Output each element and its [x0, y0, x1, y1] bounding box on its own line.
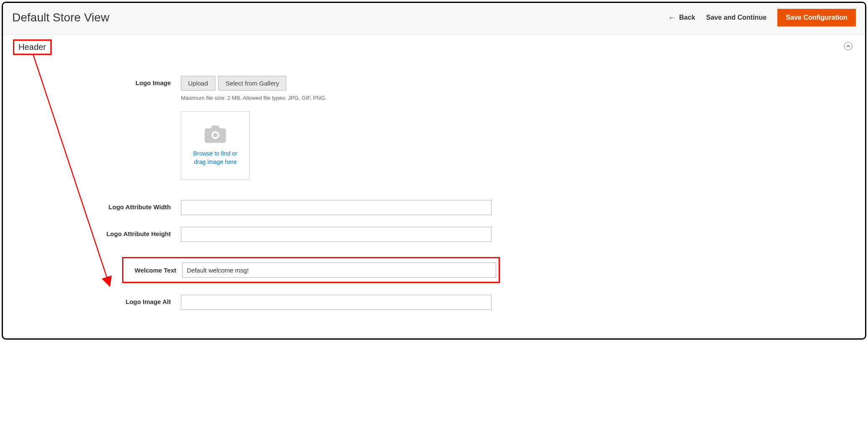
- section-header[interactable]: Header: [13, 39, 52, 55]
- arrow-left-icon: ←: [668, 14, 676, 21]
- logo-height-input[interactable]: [181, 227, 492, 242]
- logo-alt-input[interactable]: [181, 295, 492, 310]
- page-title: Default Store View: [12, 11, 109, 24]
- collapse-toggle-icon[interactable]: [844, 42, 852, 50]
- logo-image-helper: Maximum file size: 2 MB. Allowed file ty…: [181, 95, 492, 101]
- welcome-text-input[interactable]: [182, 262, 496, 278]
- dropzone-text: Browse to find or drag image here: [193, 150, 237, 166]
- upload-button[interactable]: Upload: [181, 76, 215, 91]
- select-gallery-button[interactable]: Select from Gallery: [218, 76, 286, 91]
- back-button-label: Back: [679, 14, 695, 21]
- back-button[interactable]: ← Back: [668, 14, 695, 21]
- top-toolbar: Default Store View ← Back Save and Conti…: [3, 3, 865, 34]
- camera-icon: [203, 125, 228, 144]
- logo-width-label: Logo Attribute Width: [13, 200, 181, 210]
- save-continue-label: Save and Continue: [706, 14, 766, 21]
- logo-height-label: Logo Attribute Height: [13, 227, 181, 237]
- image-dropzone[interactable]: Browse to find or drag image here: [181, 111, 250, 180]
- logo-image-label: Logo Image: [13, 76, 181, 86]
- toolbar-actions: ← Back Save and Continue Save Configurat…: [668, 9, 856, 26]
- save-configuration-button[interactable]: Save Configuration: [777, 9, 856, 26]
- welcome-text-label: Welcome Text: [126, 267, 182, 274]
- logo-alt-label: Logo Image Alt: [13, 295, 181, 305]
- svg-point-3: [213, 133, 218, 138]
- save-continue-button[interactable]: Save and Continue: [706, 14, 766, 21]
- logo-width-input[interactable]: [181, 200, 492, 215]
- welcome-text-highlight: Welcome Text: [122, 257, 500, 283]
